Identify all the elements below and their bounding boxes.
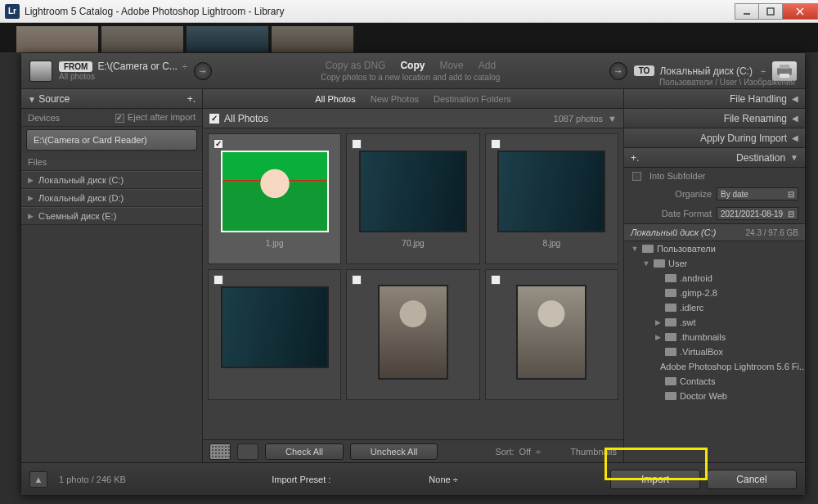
disk-item-c[interactable]: ▶Локальный диск (C:) [21, 171, 202, 189]
disk-item-e[interactable]: ▶Съемный диск (E:) [21, 207, 202, 225]
thumb-checkbox[interactable] [491, 275, 501, 285]
import-dialog: FROM E:\(Camera or C... ÷ All photos → C… [20, 52, 806, 496]
folder-icon [665, 377, 676, 385]
disk-space: 24.3 / 97.6 GB [746, 228, 799, 237]
file-handling-header[interactable]: File Handling◀ [624, 89, 805, 109]
loupe-view-icon[interactable] [237, 443, 258, 460]
thumb-image [378, 285, 448, 380]
thumbnail-cell[interactable]: 1.jpg [208, 133, 341, 264]
destination-path: Пользователи / User \ Изображения [659, 78, 795, 87]
add-source-icon[interactable]: +. [187, 93, 196, 105]
thumb-checkbox[interactable] [213, 275, 223, 285]
selection-info: 1 photo / 246 KB [59, 475, 126, 484]
import-button[interactable]: Import [610, 470, 700, 489]
source-subtitle: All photos [59, 72, 187, 81]
folder-icon [665, 333, 676, 341]
import-preset-value[interactable]: None ÷ [429, 475, 457, 484]
destination-header[interactable]: +.Destination▼ [624, 148, 805, 168]
uncheck-all-button[interactable]: Uncheck All [350, 443, 438, 460]
eject-label: Eject after import [128, 112, 196, 122]
folder-node[interactable]: Doctor Web [624, 389, 805, 403]
device-item[interactable]: E:\(Camera or Card Reader) [26, 129, 197, 151]
thumbnail-cell[interactable] [208, 269, 341, 400]
folder-node[interactable]: .android [624, 271, 805, 286]
folder-icon [665, 304, 676, 312]
photo-count: 1087 photos [554, 114, 604, 124]
folder-node[interactable]: .VirtualBox [624, 344, 805, 359]
background-filmstrip [0, 23, 818, 52]
tab-destination-folders[interactable]: Destination Folders [434, 94, 511, 104]
tab-new-photos[interactable]: New Photos [371, 94, 419, 104]
folder-icon [654, 259, 665, 268]
file-renaming-header[interactable]: File Renaming◀ [624, 109, 805, 128]
thumb-checkbox[interactable] [213, 139, 223, 149]
thumb-checkbox[interactable] [352, 275, 362, 285]
organize-label: Organize [675, 189, 712, 199]
disk-header[interactable]: Локальный диск (C:) 24.3 / 97.6 GB [624, 223, 805, 241]
op-copy[interactable]: Copy [400, 60, 425, 71]
thumb-image [497, 151, 605, 232]
op-add[interactable]: Add [479, 60, 496, 71]
destination-dropdown-icon[interactable]: ÷ [761, 66, 766, 76]
source-panel: ▼ Source +. Devices Eject after import E… [21, 89, 203, 462]
date-format-select[interactable]: 2021/2021-08-19⊟ [717, 207, 798, 220]
folder-node[interactable]: ▶.swt [624, 315, 805, 330]
cancel-button[interactable]: Cancel [707, 470, 797, 489]
folder-icon [665, 348, 676, 356]
add-dest-icon[interactable]: +. [631, 152, 639, 164]
op-move[interactable]: Move [439, 60, 463, 71]
grid-view-icon[interactable] [209, 443, 231, 460]
maximize-button[interactable] [758, 3, 783, 20]
svg-rect-5 [780, 65, 789, 69]
sort-value[interactable]: Off [519, 447, 531, 457]
folder-node[interactable]: ▼Пользователи [624, 241, 805, 256]
dialog-header: FROM E:\(Camera or C... ÷ All photos → C… [21, 53, 805, 89]
folder-node[interactable]: ▶.thumbnails [624, 330, 805, 344]
master-checkbox[interactable] [209, 114, 219, 124]
thumb-image [221, 151, 329, 232]
minimize-button[interactable] [735, 3, 759, 20]
tab-all-photos[interactable]: All Photos [315, 94, 356, 104]
thumbnail-cell[interactable] [485, 269, 618, 400]
disk-item-d[interactable]: ▶Локальный диск (D:) [21, 189, 202, 207]
forward-arrow-icon[interactable]: → [194, 62, 212, 80]
source-panel-header[interactable]: ▼ Source +. [21, 89, 202, 109]
forward-arrow-icon-2[interactable]: → [609, 62, 627, 80]
titlebar: Lr Lightroom 5 Catalog - Adobe Photoshop… [0, 0, 818, 23]
folder-node[interactable]: .idlerc [624, 300, 805, 315]
folder-node[interactable]: ▼User [624, 256, 805, 271]
folder-icon [665, 392, 676, 400]
sort-label: Sort: [495, 447, 514, 457]
allbar-label: All Photos [224, 113, 268, 124]
thumb-checkbox[interactable] [491, 139, 501, 149]
thumb-caption: 70.jpg [402, 239, 424, 248]
organize-select[interactable]: By date⊟ [717, 187, 798, 200]
into-subfolder-label: Into Subfolder [649, 171, 706, 181]
dialog-footer: ▲ 1 photo / 246 KB Import Preset : None … [21, 462, 805, 495]
destination-name[interactable]: Локальный диск (C:) [659, 65, 753, 77]
check-all-button[interactable]: Check All [265, 443, 344, 460]
close-button[interactable] [782, 3, 818, 20]
source-name[interactable]: E:\(Camera or C... [97, 61, 177, 72]
op-copy-dng[interactable]: Copy as DNG [325, 60, 385, 71]
thumb-image [359, 151, 467, 232]
date-format-label: Date Format [662, 209, 712, 218]
apply-during-import-header[interactable]: Apply During Import◀ [624, 128, 805, 148]
sort-dropdown-icon[interactable]: ÷ [536, 447, 541, 457]
chevron-down-icon[interactable]: ▼ [608, 114, 617, 124]
thumbnail-cell[interactable]: 8.jpg [485, 133, 618, 264]
into-subfolder-checkbox[interactable] [632, 172, 641, 181]
thumbnail-area: All Photos New Photos Destination Folder… [203, 89, 623, 462]
source-dropdown-icon[interactable]: ÷ [182, 61, 187, 71]
folder-node[interactable]: .gimp-2.8 [624, 286, 805, 300]
thumbnail-cell[interactable] [346, 269, 479, 400]
thumb-caption: 8.jpg [542, 239, 560, 248]
eject-checkbox[interactable] [115, 114, 124, 123]
folder-node[interactable]: Contacts [624, 374, 805, 389]
folder-node[interactable]: Adobe Photoshop Lightroom 5.6 Fi... [624, 359, 805, 374]
thumb-checkbox[interactable] [352, 139, 362, 149]
source-panel-title: Source [38, 93, 70, 105]
thumb-caption: 1.jpg [266, 239, 284, 248]
thumbnail-cell[interactable]: 70.jpg [346, 133, 479, 264]
collapse-button[interactable]: ▲ [29, 471, 47, 488]
